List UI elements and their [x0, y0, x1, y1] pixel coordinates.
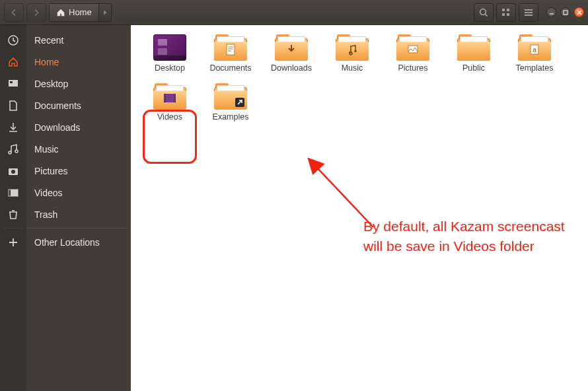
sidebar: Recent Home Desktop Documents Downloads … [26, 25, 131, 391]
svg-point-16 [354, 50, 357, 53]
svg-rect-5 [564, 11, 568, 15]
folder-icon [153, 83, 186, 110]
folder-videos[interactable]: Videos [145, 83, 194, 122]
item-label: Documents [209, 63, 251, 73]
path-next-button[interactable] [99, 8, 111, 17]
clock-icon [7, 34, 19, 46]
shortcut-arrow-icon [235, 98, 244, 107]
sidebar-item-label: Home [34, 57, 59, 67]
rail-desktop[interactable] [0, 73, 26, 94]
rail-videos[interactable] [0, 182, 26, 203]
sidebar-item-other-locations[interactable]: Other Locations [26, 231, 131, 253]
folder-icon [275, 34, 308, 61]
minimize-icon [549, 10, 554, 15]
sidebar-item-documents[interactable]: Documents [26, 94, 131, 116]
rail-trash[interactable] [0, 203, 26, 225]
svg-rect-1 [502, 9, 505, 11]
desktop-icon [7, 78, 19, 90]
header-bar: Home [0, 0, 588, 25]
rail-downloads[interactable] [0, 116, 26, 138]
folder-icon [214, 83, 247, 110]
item-label: Templates [516, 63, 554, 73]
grid-view-icon [501, 7, 511, 18]
folder-examples[interactable]: Examples [206, 83, 255, 122]
svg-rect-24 [165, 94, 166, 96]
item-label: Downloads [271, 63, 312, 73]
sidebar-item-desktop[interactable]: Desktop [26, 73, 131, 94]
svg-text:a: a [533, 46, 536, 53]
annotation-text: By default, all Kazam screencast will be… [363, 217, 565, 257]
svg-point-11 [11, 170, 15, 174]
sidebar-item-home[interactable]: Home [26, 51, 131, 73]
folder-pictures[interactable]: Pictures [388, 34, 437, 73]
menu-button[interactable] [519, 3, 538, 22]
sidebar-item-downloads[interactable]: Downloads [26, 116, 131, 138]
search-button[interactable] [474, 3, 494, 22]
sidebar-item-videos[interactable]: Videos [26, 182, 131, 203]
svg-point-0 [480, 9, 486, 15]
folder-icon [336, 34, 369, 61]
rail-pictures[interactable] [0, 160, 26, 182]
window-minimize-button[interactable] [546, 7, 556, 17]
sidebar-item-label: Music [34, 144, 59, 155]
item-label: Videos [157, 112, 182, 122]
nav-forward-button[interactable] [26, 3, 46, 22]
rail-other-locations[interactable] [0, 231, 26, 253]
rail-music[interactable] [0, 138, 26, 160]
folder-public[interactable]: Public [449, 34, 498, 73]
item-label: Music [342, 63, 363, 73]
home-icon [56, 8, 65, 17]
icon-grid: Desktop Documents Downloads Music [145, 34, 588, 122]
nav-back-button[interactable] [4, 3, 24, 22]
folder-templates[interactable]: a Templates [510, 34, 559, 73]
sidebar-item-pictures[interactable]: Pictures [26, 160, 131, 182]
path-segment-home[interactable]: Home [50, 4, 99, 21]
sidebar-item-label: Other Locations [34, 237, 100, 248]
download-icon [7, 122, 19, 133]
search-icon [478, 7, 489, 18]
item-label: Examples [213, 112, 249, 122]
content-area[interactable]: Desktop Documents Downloads Music [131, 25, 588, 391]
svg-rect-25 [165, 96, 166, 98]
document-icon [7, 100, 19, 112]
window-close-button[interactable] [574, 7, 584, 17]
sidebar-item-label: Pictures [34, 166, 68, 176]
folder-icon: a [518, 34, 551, 61]
item-label: Desktop [155, 63, 185, 73]
camera-icon [7, 165, 19, 177]
document-glyph-icon [224, 44, 237, 55]
svg-point-17 [349, 52, 351, 54]
folder-icon [396, 34, 429, 61]
sidebar-item-label: Videos [34, 188, 63, 198]
svg-rect-26 [165, 98, 166, 100]
sidebar-item-label: Downloads [34, 122, 80, 133]
folder-documents[interactable]: Documents [206, 34, 255, 73]
svg-rect-4 [507, 13, 509, 16]
folder-downloads[interactable]: Downloads [267, 34, 316, 73]
path-bar: Home [49, 3, 112, 22]
item-label: Public [462, 63, 485, 73]
plus-icon [7, 236, 19, 248]
view-toggle-button[interactable] [496, 3, 516, 22]
chevron-left-icon [9, 8, 18, 17]
sidebar-item-music[interactable]: Music [26, 138, 131, 160]
folder-desktop[interactable]: Desktop [145, 34, 194, 73]
svg-rect-28 [174, 94, 176, 96]
folder-music[interactable]: Music [328, 34, 377, 73]
rail-recent[interactable] [0, 29, 26, 51]
folder-icon [214, 34, 247, 61]
desktop-folder-icon [153, 34, 186, 61]
sidebar-item-trash[interactable]: Trash [26, 203, 131, 225]
triangle-right-icon [100, 8, 110, 17]
video-glyph-icon [163, 92, 177, 104]
svg-rect-27 [165, 100, 166, 102]
item-label: Pictures [398, 63, 427, 73]
rail-home[interactable] [0, 51, 26, 73]
window-controls [546, 7, 584, 17]
sidebar-item-recent[interactable]: Recent [26, 29, 131, 51]
window-maximize-button[interactable] [560, 7, 570, 17]
rail-documents[interactable] [0, 94, 26, 116]
chevron-right-icon [32, 8, 41, 17]
sidebar-item-label: Recent [34, 35, 63, 46]
path-segment-label: Home [69, 7, 92, 17]
